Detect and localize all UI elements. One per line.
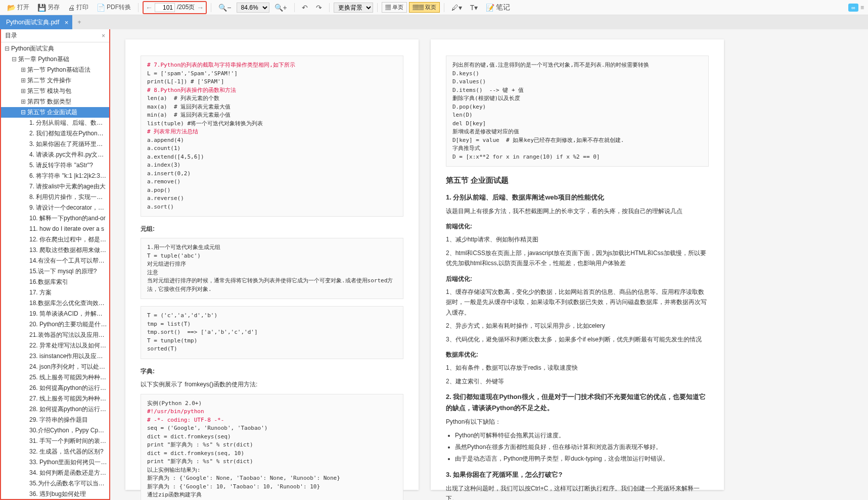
prev-page-icon[interactable]: ← (146, 4, 153, 12)
next-page-icon[interactable]: → (197, 4, 204, 12)
separator (329, 3, 330, 12)
tree-item[interactable]: 22. 异常处理写法以及如何主动 (1, 340, 109, 351)
tree-item[interactable]: 16.数据库索引 (1, 277, 109, 287)
tree-item[interactable]: 27. 线上服务可能因为种种原因 (1, 393, 109, 404)
code-comment: # 列表常用方法总结 (147, 128, 198, 135)
code-line: D[key] = value # 如果key已经存在则修改,如果不存在就创建. (452, 137, 624, 143)
code-block: 列出所有的键,值.注意得到的是一个可迭代对象,而不是列表.用的时候需要转换 D.… (446, 56, 709, 167)
infinity-badge[interactable]: ∞ (848, 4, 858, 12)
tree-item[interactable]: 11. how do I iterate over a s (1, 224, 109, 234)
sidebar-close-icon[interactable]: × (102, 32, 105, 39)
code-comment: # 7.Python的列表的截取与字符串操作类型相同,如下所示 (147, 62, 295, 68)
save-button[interactable]: 💾另存 (34, 2, 63, 13)
collapse-icon[interactable]: ⊟ (4, 44, 10, 53)
zoom-in-icon[interactable]: 🔍+ (271, 2, 290, 13)
body-text: 2、异步方式，如果有耗时操作，可以采用异步，比如celery (446, 321, 709, 331)
tree-section[interactable]: ⊞第一节 Python基础语法 (1, 65, 109, 75)
tree-item[interactable]: 21.装饰器的写法以及应用场景 (1, 330, 109, 340)
tree-item[interactable]: 13. 爬取这些数据都用来做什么 (1, 245, 109, 256)
code-line: a.sort() (147, 204, 174, 210)
rotate-left-icon[interactable]: ↶ (299, 2, 311, 13)
tree-item[interactable]: 18.数据库怎么优化查询效率? (1, 298, 109, 309)
code-line: L = ['spam','Spam','SPAM!'] (147, 70, 238, 77)
tree-section[interactable]: ⊞第三节 模块与包 (1, 86, 109, 96)
tree-item[interactable]: 32. 生成器，迭代器的区别? (1, 446, 109, 457)
code-line: 字典推导式 (452, 145, 480, 152)
text-tool-icon[interactable]: T▾ (467, 2, 481, 13)
expand-icon[interactable]: ⊞ (20, 66, 26, 74)
code-line: tmp.sort() ==> ['a','b','c','d'] (147, 329, 258, 335)
body-text: 2、建立索引、外键等 (446, 376, 709, 386)
page-number-input[interactable] (155, 3, 175, 12)
code-comment: # 8.Python列表操作的函数和方法 (147, 87, 236, 93)
menu-icon[interactable]: ≡ (860, 4, 864, 11)
tree-item[interactable]: 28. 如何提高python的运行效率 (1, 404, 109, 415)
code-line: print "新字典为 : %s" % str(dict) (147, 441, 253, 448)
double-page-button[interactable]: ▦▦ 双页 (409, 2, 440, 13)
tree-section[interactable]: ⊞第二节 文件操作 (1, 75, 109, 86)
tree-chapter[interactable]: ⊟第一章 Python基础 (1, 54, 109, 65)
zoom-out-icon[interactable]: 🔍− (215, 2, 234, 13)
background-select[interactable]: 更换背景 (334, 3, 373, 13)
print-button[interactable]: 🖨打印 (65, 2, 92, 13)
tree-item[interactable]: 3. 如果你困在了死循环里，怎 (1, 139, 109, 149)
tree-item[interactable]: 23. isinstance作用以及应用场 (1, 351, 109, 362)
code-line: D = [x:x**2 for x in range(10) if x %2 =… (452, 154, 600, 160)
zoom-select[interactable]: 84.6% (237, 3, 269, 13)
open-button[interactable]: 📂打开 (4, 2, 32, 13)
page-viewer[interactable]: # 7.Python的列表的截取与字符串操作类型相同,如下所示 L = ['sp… (110, 29, 868, 500)
tree-item[interactable]: 15.说一下 mysql 的原理? (1, 266, 109, 277)
tree-item[interactable]: 7. 请按alist中元素的age由大 (1, 181, 109, 192)
close-icon[interactable]: × (65, 19, 69, 26)
tree-item[interactable]: 6. 将字符串 "k:1 |k1:2|k2:3|k3 (1, 171, 109, 181)
document-tab[interactable]: Python面试宝典.pdf × (0, 15, 72, 29)
add-tab-button[interactable]: + (72, 15, 86, 29)
expand-icon[interactable]: ⊞ (20, 97, 26, 106)
rotate-right-icon[interactable]: ↷ (313, 2, 325, 13)
tree-item[interactable]: 26. 如何提高python的运行效率 (1, 383, 109, 393)
code-line: seq = ('Google', 'Runoob', 'Taobao') (147, 425, 267, 431)
collapse-icon[interactable]: ⊟ (20, 108, 26, 117)
code-line: print(L[-1]) # ['SPAM'] (147, 78, 224, 85)
tree-item[interactable]: 36. 遇到bug如何处理 (1, 489, 109, 499)
tree-section[interactable]: ⊞第四节 数据类型 (1, 96, 109, 107)
sub-heading: 后端优化: (446, 274, 709, 284)
tree-item[interactable]: 25. 线上服务可能因为种种原因 (1, 372, 109, 383)
pdf-convert-label: PDF转换 (107, 3, 131, 12)
expand-icon[interactable]: ⊞ (20, 87, 26, 95)
tree-item[interactable]: 9. 请设计一个decorator，它可 (1, 203, 109, 213)
tree-item[interactable]: 31. 手写一个判断时间的装饰器 (1, 436, 109, 446)
highlight-icon[interactable]: 🖊▾ (448, 2, 465, 13)
tree-item[interactable]: 35.为什么函数名字可以当做参 (1, 478, 109, 489)
list-item: 虽然Python在很多方面都性能良好，但在移动计算和浏览器方面表现不够好。 (455, 442, 709, 452)
tree-item[interactable]: 10. 解释一下python的and-or (1, 213, 109, 224)
tree-item[interactable]: 12. 你在爬虫过程中，都是怎么 (1, 234, 109, 245)
code-line: 新增或者是修改键对应的值 (452, 128, 519, 135)
tree-item[interactable]: 29. 字符串的操作题目 (1, 415, 109, 425)
tree-section-selected[interactable]: ⊟第五节 企业面试题 (1, 107, 109, 118)
tree-item[interactable]: 30.介绍Cython，Pypy Cpytho (1, 425, 109, 436)
expand-icon[interactable]: ⊞ (20, 76, 26, 85)
tree-item[interactable]: 1. 分别从前端、后端、数据库 (1, 118, 109, 128)
tree-item[interactable]: 14.有没有一个工具可以帮助查 (1, 256, 109, 266)
tree-item[interactable]: 8. 利用切片操作，实现一个trir (1, 192, 109, 203)
list-item: Python的可解释特征会拖累其运行速度。 (455, 430, 709, 440)
section-heading: 第五节 企业面试题 (446, 174, 709, 187)
pdf-convert-button[interactable]: 📄PDF转换 (94, 2, 134, 13)
notes-button[interactable]: 📝 笔记 (483, 2, 513, 14)
tree-label: 第三节 模块与包 (27, 87, 71, 94)
code-line: a.pop() (147, 187, 170, 193)
tree-item[interactable]: 5. 请反转字符串 "aStr"? (1, 160, 109, 171)
tree-item[interactable]: 34. 如何判断是函数还是方法? (1, 468, 109, 478)
collapse-icon[interactable]: ⊟ (11, 55, 17, 64)
tree-item[interactable]: 4. 请谈谈.pyc文件和.py文件的 (1, 149, 109, 160)
tree-item[interactable]: 19. 简单谈谈ACID，并解释每 (1, 309, 109, 319)
tree-item[interactable]: 2. 我们都知道现在Python很火 (1, 128, 109, 139)
tree-root[interactable]: ⊟Python面试宝典 (1, 43, 109, 54)
tree-item[interactable]: 20. Python的主要功能是什么? (1, 319, 109, 330)
tree-item[interactable]: 17. 方案 (1, 287, 109, 298)
tree-item[interactable]: 24. json序列化时，可以处理的 (1, 362, 109, 372)
sidebar-title: 目录 (5, 31, 17, 40)
tree-item[interactable]: 33. Python里面如何拷贝一个对 (1, 457, 109, 468)
single-page-button[interactable]: ▦ 单页 (382, 2, 407, 13)
